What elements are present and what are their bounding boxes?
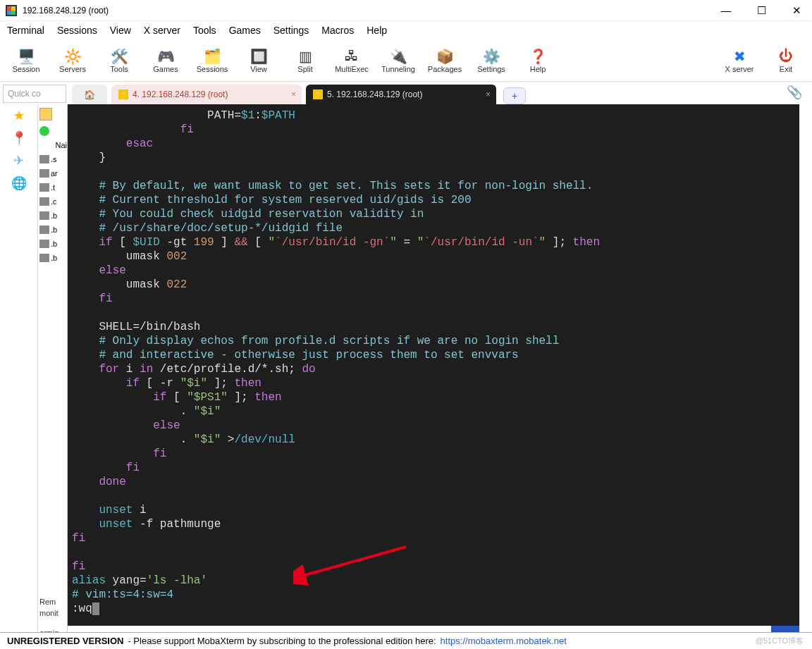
column-header: Nai [55,141,67,149]
folder-icon [39,155,49,163]
menu-xserver[interactable]: X server [144,25,180,36]
file-item[interactable]: .s [38,152,67,166]
tab-4[interactable]: ⚡ 4. 192.168.248.129 (root) × [111,85,302,104]
folder-icon [39,183,49,192]
view-button[interactable]: 🔲View [240,42,278,79]
folder-icon [39,197,49,206]
file-item[interactable]: .b [38,223,67,237]
split-button-icon: ▥ [299,48,312,65]
globe-icon[interactable]: 🌐 [11,175,27,192]
status-dot-icon [39,126,49,136]
sessions-button[interactable]: 🗂️Sessions [193,42,231,79]
servers-button-icon: 🔆 [64,48,82,65]
menu-view[interactable]: View [110,25,131,36]
footer-link[interactable]: https://mobaxterm.mobatek.net [441,636,567,646]
file-browser-panel: Nai .sar.t.c.b.b.b.b Rem monit ermin [38,104,68,638]
quick-connect-input[interactable]: Quick co [3,85,66,103]
menu-settings[interactable]: Settings [273,25,309,36]
svg-rect-3 [7,11,11,15]
split-button[interactable]: ▥Split [286,42,324,79]
settings-button-icon: ⚙️ [483,48,500,65]
folder-icon [39,254,49,262]
file-item[interactable]: .b [38,237,67,251]
file-item[interactable]: .b [38,251,67,265]
panel-label: monit [38,607,67,619]
tunneling-button-icon: 🔌 [390,48,407,65]
vertical-scrollbar[interactable] [799,104,812,638]
exit-button[interactable]: ⏻Exit [767,42,805,79]
exit-button-icon: ⏻ [779,48,793,65]
xserver-button[interactable]: ✖X server [720,42,758,79]
help-button-icon: ❓ [529,48,547,65]
tools-button-icon: 🛠️ [111,48,128,65]
folder-icon [39,169,49,178]
file-item[interactable]: .b [38,209,67,223]
file-item[interactable]: .t [38,180,67,194]
help-button[interactable]: ❓Help [519,42,557,79]
xserver-button-icon: ✖ [734,48,746,65]
cursor [92,602,99,615]
title-bar: 192.168.248.129 (root) — ☐ ✕ [0,0,812,21]
unregistered-label: UNREGISTERED VERSION [7,636,123,646]
folder-icon [39,240,49,248]
file-item[interactable]: ar [38,166,67,180]
terminal-icon: ⚡ [313,89,323,99]
close-button[interactable]: ✕ [787,4,806,17]
view-button-icon: 🔲 [250,48,268,65]
tab-label: 4. 192.168.248.129 (root) [133,89,228,99]
file-item[interactable]: .c [38,194,67,209]
paperclip-icon[interactable]: 📎 [787,85,802,100]
tab-5[interactable]: ⚡ 5. 192.168.248.129 (root) × [306,85,496,104]
folder-icon [39,225,49,234]
window-title: 192.168.248.129 (root) [23,6,716,16]
close-icon[interactable]: × [486,89,491,99]
menu-tools[interactable]: Tools [193,25,216,36]
tab-label: 5. 192.168.248.129 (root) [327,89,422,99]
main-area: ★📍✈🌐 Nai .sar.t.c.b.b.b.b Rem monit ermi… [0,104,812,638]
packages-button[interactable]: 📦Packages [426,42,464,79]
folder-icon [39,108,52,120]
tunneling-button[interactable]: 🔌Tunneling [379,42,417,79]
maximize-button[interactable]: ☐ [751,4,771,17]
favorites-icon[interactable]: ★ [11,107,27,124]
multiexec-button[interactable]: 🖧MultiExec [333,42,371,79]
left-sidebar: ★📍✈🌐 [0,104,38,638]
folder-icon [39,211,49,220]
menu-bar: Terminal Sessions View X server Tools Ga… [0,21,812,39]
toolbar: 🖥️Session🔆Servers🛠️Tools🎮Games🗂️Sessions… [0,39,812,82]
new-tab-button[interactable]: + [503,87,526,104]
menu-help[interactable]: Help [367,25,387,36]
settings-button[interactable]: ⚙️Settings [472,42,510,79]
tabs-row: Quick co 🏠 ⚡ 4. 192.168.248.129 (root) ×… [0,82,812,104]
multiexec-button-icon: 🖧 [345,48,359,65]
svg-rect-1 [7,6,11,11]
pin-icon[interactable]: 📍 [11,130,27,147]
sessions-button-icon: 🗂️ [204,48,221,65]
session-button[interactable]: 🖥️Session [7,42,45,79]
footer-message: - Please support MobaXterm by subscribin… [128,636,436,646]
home-tab[interactable]: 🏠 [72,85,107,104]
games-button-icon: 🎮 [157,48,175,65]
tools-button[interactable]: 🛠️Tools [100,42,138,79]
menu-games[interactable]: Games [229,25,261,36]
svg-rect-2 [11,6,16,11]
menu-sessions[interactable]: Sessions [57,25,97,36]
menu-terminal[interactable]: Terminal [7,25,44,36]
packages-button-icon: 📦 [436,48,454,65]
watermark: @51CTO博客 [756,636,804,646]
servers-button[interactable]: 🔆Servers [54,42,92,79]
panel-label: Rem [38,596,67,607]
status-bar: UNREGISTERED VERSION - Please support Mo… [0,632,812,649]
app-icon [6,5,17,16]
games-button[interactable]: 🎮Games [147,42,185,79]
terminal-icon: ⚡ [118,89,128,99]
close-icon[interactable]: × [291,89,296,99]
svg-line-6 [300,547,406,576]
minimize-button[interactable]: — [716,4,736,17]
svg-rect-4 [11,11,16,15]
annotation-arrow-icon [293,541,420,591]
terminal-output[interactable]: PATH=$1:$PATH fi esac } # By default, we… [68,104,812,638]
menu-macros[interactable]: Macros [321,25,354,36]
send-icon[interactable]: ✈ [11,152,27,169]
session-button-icon: 🖥️ [18,48,35,65]
